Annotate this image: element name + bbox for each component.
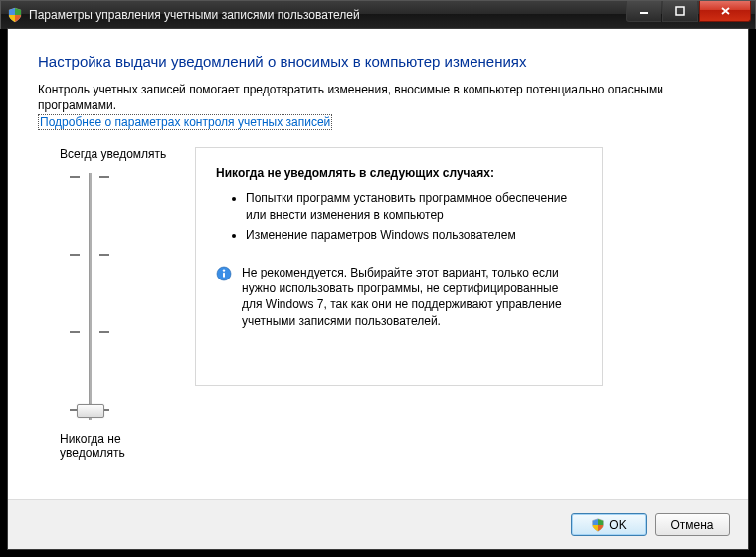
panel-heading: Никогда не уведомлять в следующих случая…	[216, 166, 582, 180]
close-button[interactable]	[699, 1, 751, 22]
svg-rect-1	[676, 7, 684, 15]
list-item: Изменение параметров Windows пользовател…	[246, 227, 582, 243]
intro-text: Контроль учетных записей помогает предот…	[38, 82, 718, 113]
window-frame: Параметры управления учетными записями п…	[0, 0, 756, 557]
info-icon	[216, 266, 232, 281]
content: Настройка выдачи уведомлений о вносимых …	[8, 29, 748, 499]
slider-row: Всегда уведомлять Никогда не уведомлять …	[60, 147, 718, 460]
bullet-list: Попытки программ установить программное …	[216, 190, 582, 243]
svg-point-3	[223, 269, 225, 271]
slider-column: Всегда уведомлять Никогда не уведомлять	[60, 147, 179, 460]
level-description-panel: Никогда не уведомлять в следующих случая…	[195, 147, 603, 386]
cancel-button-label: Отмена	[670, 518, 713, 532]
help-link[interactable]: Подробнее о параметрах контроля учетных …	[38, 114, 332, 130]
button-bar: OK Отмена	[8, 499, 748, 549]
window-controls	[626, 1, 751, 21]
uac-shield-icon	[7, 7, 23, 23]
warning-note: Не рекомендуется. Выбирайте этот вариант…	[216, 265, 582, 329]
uac-shield-icon	[591, 518, 605, 532]
titlebar[interactable]: Параметры управления учетными записями п…	[0, 0, 756, 29]
slider-thumb[interactable]	[77, 404, 104, 418]
minimize-button[interactable]	[626, 1, 662, 22]
client-area: Настройка выдачи уведомлений о вносимых …	[7, 28, 749, 550]
ok-button[interactable]: OK	[571, 513, 647, 536]
cancel-button[interactable]: Отмена	[655, 513, 730, 536]
slider-label-bottom: Никогда не уведомлять	[60, 432, 179, 460]
notify-slider[interactable]	[60, 167, 119, 426]
warning-text: Не рекомендуется. Выбирайте этот вариант…	[242, 265, 582, 329]
ok-button-label: OK	[609, 518, 626, 532]
svg-rect-0	[640, 12, 648, 14]
slider-label-top: Всегда уведомлять	[60, 147, 179, 161]
list-item: Попытки программ установить программное …	[246, 190, 582, 222]
page-title: Настройка выдачи уведомлений о вносимых …	[38, 53, 718, 70]
window-title: Параметры управления учетными записями п…	[29, 8, 360, 22]
svg-rect-4	[223, 273, 225, 278]
maximize-button[interactable]	[662, 1, 698, 22]
